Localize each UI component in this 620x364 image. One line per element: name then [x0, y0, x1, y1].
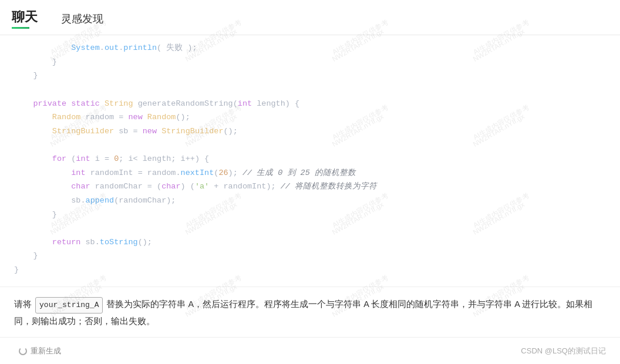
header-title: 聊天 — [12, 8, 38, 26]
code-line-11: char randomChar = (char) ('a' + randomIn… — [14, 180, 606, 194]
code-line-2: } — [14, 55, 606, 69]
code-line-12: sb.append(randomChar); — [14, 194, 606, 208]
code-line-10: int randomInt = random.nextInt(26); // 生… — [14, 166, 606, 180]
code-line-4 — [14, 83, 606, 97]
header: 聊天 灵感发现 — [0, 0, 620, 35]
code-line-1: System.out.println( 失败 ); — [14, 41, 606, 55]
footer: 重新生成 CSDN @LSQ的测试日记 — [0, 337, 620, 364]
inline-code: your_string_A — [35, 297, 103, 314]
code-line-7: StringBuilder sb = new StringBuilder(); — [14, 124, 606, 139]
code-line-5: private static String generateRandomStri… — [14, 97, 606, 111]
description-area: 请将 your_string_A 替换为实际的字符串 A，然后运行程序。程序将生… — [0, 287, 620, 337]
code-line-16: } — [14, 249, 606, 263]
regenerate-label: 重新生成 — [31, 346, 61, 356]
regenerate-icon — [19, 347, 27, 355]
header-subtitle: 灵感发现 — [61, 12, 103, 26]
regenerate-button[interactable]: 重新生成 — [14, 343, 66, 359]
code-block: System.out.println( 失败 ); } } private st… — [0, 35, 620, 287]
code-line-9: for (int i = 0; i< length; i++) { — [14, 152, 606, 166]
code-line-14 — [14, 221, 606, 235]
description-text-before: 请将 — [14, 299, 32, 309]
code-line-6: Random random = new Random(); — [14, 110, 606, 124]
header-underline — [12, 27, 29, 29]
branding-text: CSDN @LSQ的测试日记 — [521, 346, 606, 355]
code-line-3: } — [14, 69, 606, 83]
code-line-17: } — [14, 263, 606, 277]
footer-branding: CSDN @LSQ的测试日记 — [521, 346, 606, 356]
page-wrapper: 聊天 灵感发现 System.out.println( 失败 ); } } pr… — [0, 0, 620, 364]
code-line-8 — [14, 138, 606, 152]
code-line-13: } — [14, 208, 606, 222]
code-line-15: return sb.toString(); — [14, 235, 606, 250]
